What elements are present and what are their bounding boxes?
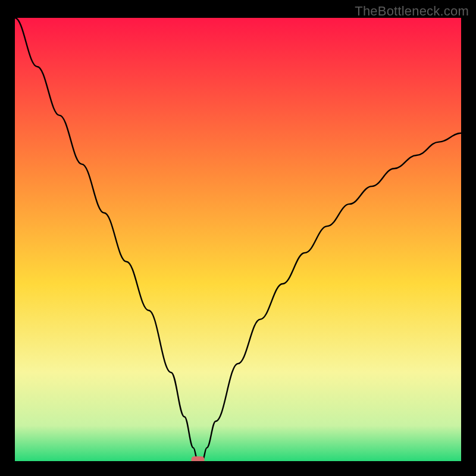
chart-frame: TheBottleneck.com: [0, 0, 476, 476]
gradient-background: [15, 18, 461, 461]
plot-svg: [15, 18, 461, 461]
plot-area: [15, 18, 461, 461]
watermark-text: TheBottleneck.com: [355, 4, 469, 19]
minimum-marker-icon: [192, 456, 205, 461]
